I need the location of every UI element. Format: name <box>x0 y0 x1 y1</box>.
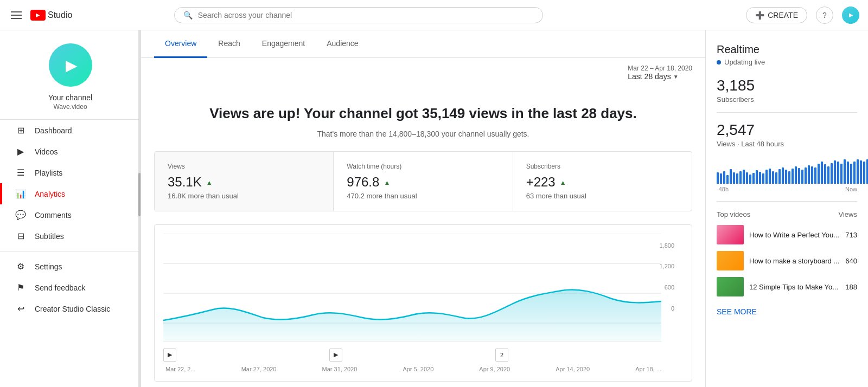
channel-name: Your channel <box>48 93 92 102</box>
side-panel-title: Realtime <box>717 43 857 56</box>
x-label-apr14: Apr 14, 2020 <box>556 366 590 372</box>
views-value: 2,547 <box>717 121 857 139</box>
bar-item <box>736 173 738 184</box>
date-range-row: Mar 22 – Apr 18, 2020 Last 28 days ▼ <box>141 58 705 87</box>
panel-divider-2 <box>717 201 857 202</box>
stat-value-views: 35.1K <box>168 175 202 190</box>
see-more-button[interactable]: SEE MORE <box>717 307 757 316</box>
top-videos-views-col: Views <box>839 210 857 218</box>
help-button[interactable]: ? <box>816 7 833 24</box>
search-bar[interactable]: 🔍 <box>174 7 543 23</box>
top-video-item-3[interactable]: 12 Simple Tips to Make Yo... 188 <box>717 277 857 296</box>
realtime-live: Updating live <box>717 58 857 66</box>
bar-item <box>811 166 813 184</box>
sidebar-item-creator-studio[interactable]: ↩ Creator Studio Classic <box>0 298 141 319</box>
video-views-1: 713 <box>845 231 857 239</box>
top-video-item-2[interactable]: How to make a storyboard ... 640 <box>717 251 857 270</box>
bar-item <box>762 173 764 184</box>
sidebar-item-comments[interactable]: 💬 Comments <box>0 204 141 225</box>
bar-item <box>759 172 761 184</box>
side-panel: Realtime Updating live 3,185 Subscribers… <box>705 30 868 387</box>
stat-arrow-watch <box>384 177 390 187</box>
hero-section: Views are up! Your channel got 35,149 vi… <box>141 87 705 151</box>
bar-item <box>840 164 843 184</box>
studio-label: Studio <box>48 10 72 20</box>
sidebar-label-creator: Creator Studio Classic <box>35 305 110 313</box>
sidebar-item-videos[interactable]: ▶ Videos <box>0 141 141 162</box>
top-video-item-1[interactable]: How to Write a Perfect You... 713 <box>717 225 857 244</box>
video-title-3: 12 Simple Tips to Make Yo... <box>749 283 840 291</box>
sidebar-item-send-feedback[interactable]: ⚑ Send feedback <box>0 277 141 298</box>
tab-audience[interactable]: Audience <box>316 30 369 58</box>
chevron-down-icon: ▼ <box>673 74 679 80</box>
create-icon: ➕ <box>755 11 764 20</box>
dashboard-icon: ⊞ <box>15 125 26 136</box>
video-info-1: How to Write a Perfect You... <box>749 231 840 239</box>
sidebar-item-analytics[interactable]: 📊 Analytics <box>0 183 141 204</box>
video-marker-1[interactable]: ▶ <box>163 349 176 362</box>
search-input[interactable] <box>198 11 534 20</box>
bar-item <box>827 166 829 184</box>
video-marker-2[interactable]: ▶ <box>329 349 342 362</box>
video-thumb-1 <box>717 225 744 244</box>
stat-label-subscribers: Subscribers <box>526 163 679 170</box>
stat-change-watch: 470.2 more than usual <box>347 192 499 200</box>
sidebar-item-subtitles[interactable]: ⊟ Subtitles <box>0 225 141 247</box>
sidebar-item-settings[interactable]: ⚙ Settings <box>0 256 141 277</box>
stat-change-subs: 63 more than usual <box>526 192 679 200</box>
avatar[interactable] <box>842 7 859 24</box>
realtime-bar-chart <box>717 157 857 184</box>
tab-engagement[interactable]: Engagement <box>251 30 316 58</box>
create-button[interactable]: ➕ CREATE <box>746 7 807 23</box>
comments-icon: 💬 <box>15 210 26 220</box>
bar-item <box>765 170 768 184</box>
bar-item <box>798 168 800 184</box>
hamburger-icon[interactable] <box>9 9 24 21</box>
y-label-1200: 1,200 <box>659 263 674 269</box>
video-thumb-2 <box>717 251 744 270</box>
create-label: CREATE <box>768 11 798 20</box>
tab-reach[interactable]: Reach <box>207 30 251 58</box>
tab-overview[interactable]: Overview <box>154 30 207 58</box>
y-label-0: 0 <box>671 305 674 312</box>
panel-divider-1 <box>717 112 857 113</box>
chart-svg <box>163 234 661 342</box>
stat-change-views: 16.8K more than usual <box>168 192 320 200</box>
channel-info: Your channel Wave.video <box>0 30 141 120</box>
bar-item <box>772 171 774 184</box>
nav-left: Studio <box>9 9 72 21</box>
top-videos-title: Top videos <box>717 210 750 218</box>
sidebar-nav: ⊞ Dashboard ▶ Videos ☰ Playlists 📊 Analy… <box>0 120 141 387</box>
chart-x-axis: Mar 22, 2... Mar 27, 2020 Mar 31, 2020 A… <box>163 362 683 372</box>
stat-value-row-views: 35.1K <box>168 175 320 190</box>
channel-handle: Wave.video <box>53 103 87 111</box>
subscribers-label: Subscribers <box>717 95 857 104</box>
nav-right: ➕ CREATE ? <box>746 7 859 24</box>
search-icon: 🔍 <box>183 11 193 20</box>
bar-item <box>785 170 787 184</box>
scrollbar-thumb[interactable] <box>138 173 141 216</box>
bar-item <box>847 162 849 184</box>
stat-value-row-watch: 976.8 <box>347 175 499 190</box>
videos-icon: ▶ <box>15 146 26 157</box>
bar-axis-left: -48h <box>717 186 729 192</box>
bar-item <box>788 171 790 184</box>
sidebar-item-playlists[interactable]: ☰ Playlists <box>0 162 141 183</box>
bar-item <box>821 162 823 184</box>
bar-item <box>844 159 846 184</box>
bar-item <box>824 164 826 184</box>
date-range-select[interactable]: Last 28 days ▼ <box>628 72 692 81</box>
sidebar-label-dashboard: Dashboard <box>35 126 72 135</box>
bar-item <box>749 175 751 184</box>
video-title-2: How to make a storyboard ... <box>749 257 840 265</box>
sidebar-item-dashboard[interactable]: ⊞ Dashboard <box>0 120 141 141</box>
bar-item <box>717 172 719 184</box>
bar-item <box>720 173 722 184</box>
sidebar-label-comments: Comments <box>35 211 72 220</box>
views-label: Views · Last 48 hours <box>717 140 857 148</box>
yt-studio-logo[interactable]: Studio <box>30 10 72 21</box>
sidebar-label-playlists: Playlists <box>35 169 62 177</box>
video-marker-3[interactable]: 2 <box>495 349 508 362</box>
stat-arrow-views <box>206 177 213 187</box>
main-layout: Your channel Wave.video ⊞ Dashboard ▶ Vi… <box>0 30 868 387</box>
